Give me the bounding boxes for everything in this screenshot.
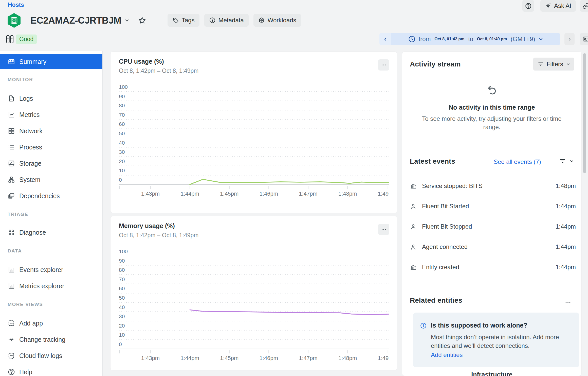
sidebar-item-metrics[interactable]: Metrics	[0, 107, 102, 123]
sidebar-item-storage[interactable]: Storage	[0, 155, 102, 172]
sidebar-item-network[interactable]: Network	[0, 123, 102, 139]
info-icon	[420, 322, 427, 329]
events-filter-button[interactable]	[559, 158, 574, 164]
svg-text:0: 0	[119, 177, 122, 183]
line-chart-icon	[8, 111, 15, 118]
file-icon	[8, 95, 15, 102]
event-time: 1:44pm	[556, 203, 576, 210]
svg-text:80: 80	[119, 102, 125, 108]
sidebar-item-summary[interactable]: Summary	[0, 54, 102, 69]
memory-usage-card: Memory usage (%) Oct 8, 1:42pm – Oct 8, …	[110, 216, 397, 370]
filters-button[interactable]: Filters	[533, 58, 574, 71]
sidebar-item-process[interactable]: Process	[0, 139, 102, 155]
chevron-down-icon[interactable]	[124, 18, 130, 23]
event-time: 1:44pm	[556, 223, 576, 230]
event-row[interactable]: Fluent Bit Started1:44pm	[410, 196, 576, 216]
add-entities-link[interactable]: Add entities	[431, 351, 463, 358]
time-range-picker[interactable]: from Oct 8, 01:42 pm to Oct 8, 01:49 pm …	[391, 33, 560, 45]
sidebar-item-add-app[interactable]: Add app	[0, 315, 102, 331]
time-range-bar: from Oct 8, 01:42 pm to Oct 8, 01:49 pm …	[379, 33, 560, 45]
svg-text:100: 100	[119, 84, 128, 90]
sidebar-section-label: TRIAGE	[8, 212, 102, 217]
time-to-prefix: to	[466, 36, 475, 43]
more-options-button[interactable]	[378, 224, 389, 235]
chevron-right-icon	[567, 37, 572, 41]
empty-state	[402, 85, 581, 96]
time-to-value: Oct 8, 01:49 pm	[477, 37, 507, 41]
hint-card-body: Most things don’t operate in isolation. …	[431, 333, 574, 350]
more-options-button[interactable]	[378, 59, 389, 71]
filter-icon	[559, 158, 566, 164]
related-entities-hint-card: Is this supposed to work alone? Most thi…	[413, 313, 579, 367]
event-label: Agent connected	[422, 243, 556, 250]
event-row[interactable]: Service stopped: BITS1:48pm	[410, 176, 576, 196]
sidebar-item-cloud-flow-logs[interactable]: Cloud flow logs	[0, 348, 102, 364]
svg-text:60: 60	[119, 121, 125, 127]
see-all-events-link[interactable]: See all events (7)	[494, 158, 541, 165]
metadata-button[interactable]: Metadata	[204, 14, 249, 27]
svg-text:70: 70	[119, 112, 125, 118]
svg-text:1:46pm: 1:46pm	[260, 191, 278, 197]
event-time: 1:44pm	[556, 264, 576, 271]
svg-text:0: 0	[119, 341, 122, 347]
memory-usage-chart[interactable]: 10090807060504030201001:43pm1:44pm1:45pm…	[119, 244, 389, 370]
sidebar-item-label: Process	[19, 144, 42, 151]
svg-text:60: 60	[119, 285, 125, 291]
person-icon	[410, 203, 417, 210]
host-status: Good	[6, 35, 37, 44]
svg-text:1:47pm: 1:47pm	[299, 191, 317, 197]
sidebar-item-label: Metrics	[19, 111, 40, 118]
sidebar-item-diagnose[interactable]: Diagnose	[0, 224, 102, 241]
link-icon	[583, 3, 588, 9]
circles-icon	[8, 229, 15, 236]
tags-button[interactable]: Tags	[168, 14, 199, 27]
sidebar-item-system[interactable]: System	[0, 172, 102, 188]
event-row[interactable]: Agent connected1:44pm	[410, 237, 576, 257]
help-button[interactable]	[522, 0, 534, 12]
event-row[interactable]: Entity created1:44pm	[410, 257, 576, 277]
page-title: EC2AMAZ-CJRTBJM	[30, 15, 121, 26]
svg-text:20: 20	[119, 158, 125, 164]
svg-text:30: 30	[119, 313, 125, 319]
info-icon	[209, 17, 216, 24]
sidebar-item-label: System	[19, 176, 40, 183]
question-icon	[8, 368, 15, 376]
sidebar-item-label: Logs	[19, 95, 33, 102]
svg-text:30: 30	[119, 149, 125, 155]
cpu-usage-chart[interactable]: 10090807060504030201001:43pm1:44pm1:45pm…	[119, 80, 389, 207]
empty-state-message: To see more activity, try adjusting your…	[420, 114, 564, 131]
svg-text:80: 80	[119, 267, 125, 273]
sitemap-icon	[8, 176, 15, 183]
chart-title: Memory usage (%)	[119, 222, 175, 230]
clock-icon	[408, 35, 416, 43]
sidebar-item-help[interactable]: Help	[0, 364, 102, 376]
hosts-pair-icon	[6, 35, 14, 44]
chevron-down-icon	[539, 37, 543, 41]
star-icon[interactable]	[138, 16, 146, 25]
svg-text:1:47pm: 1:47pm	[299, 355, 317, 361]
sidebar-section-label: DATA	[8, 248, 102, 254]
svg-text:1:46pm: 1:46pm	[260, 355, 278, 361]
person-icon	[410, 223, 417, 230]
sidebar-item-label: Dependencies	[19, 192, 60, 200]
workloads-button[interactable]: Workloads	[253, 14, 301, 27]
sidebar-item-label: Diagnose	[19, 229, 46, 236]
sidebar-item-change-tracking[interactable]: Change tracking	[0, 331, 102, 348]
sidebar-item-dependencies[interactable]: Dependencies	[0, 188, 102, 204]
svg-text:1:43pm: 1:43pm	[141, 191, 160, 197]
time-back-button[interactable]	[379, 33, 391, 45]
panel-scrollbar[interactable]	[583, 53, 586, 173]
event-row[interactable]: Fluent Bit Stopped1:44pm	[410, 216, 576, 237]
ellipsis-icon[interactable]	[565, 299, 571, 306]
sidebar-item-logs[interactable]: Logs	[0, 90, 102, 107]
share-button[interactable]	[580, 0, 588, 12]
report-button[interactable]	[580, 33, 588, 45]
breadcrumb[interactable]: Hosts	[8, 2, 24, 8]
ask-ai-button[interactable]: Ask AI	[540, 0, 576, 12]
sidebar-item-events-explorer[interactable]: Events explorer	[0, 262, 102, 278]
sidebar-item-metrics-explorer[interactable]: Metrics explorer	[0, 278, 102, 294]
time-forward-button[interactable]	[564, 33, 575, 45]
latest-events-title: Latest events	[410, 157, 455, 165]
app-icon	[8, 352, 15, 360]
sidebar-item-label: Add app	[19, 320, 43, 327]
